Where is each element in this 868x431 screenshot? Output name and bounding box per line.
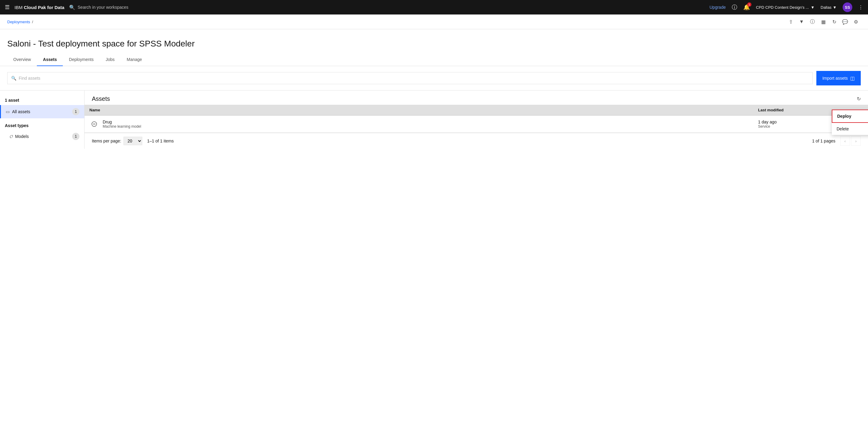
app-switcher-icon[interactable]: ⋮ <box>858 4 863 10</box>
prev-page-button[interactable]: ‹ <box>840 136 850 146</box>
deploy-label: Deploy <box>837 114 851 119</box>
models-label: Models <box>15 134 29 139</box>
next-page-button[interactable]: › <box>851 136 861 146</box>
export-icon[interactable]: ⇧ <box>786 17 796 27</box>
history-icon[interactable]: ↻ <box>829 17 839 27</box>
page-header: Saloni - Test deployment space for SPSS … <box>0 29 868 54</box>
context-menu-dropdown: Deploy Deploy Delete <box>832 109 868 135</box>
table-row: Drug Machine learning model 1 day ago Se… <box>85 115 868 133</box>
page-info: 1 of 1 pages <box>812 138 835 143</box>
search-import-row: 🔍 Find assets Import assets ◫ <box>0 66 868 91</box>
find-assets-search[interactable]: 🔍 Find assets <box>7 72 813 84</box>
all-assets-label: All assets <box>12 109 30 114</box>
page-nav: ‹ › <box>840 136 861 146</box>
notification-icon[interactable]: 🔔 1 <box>743 4 750 10</box>
table-header: Name Last modified <box>85 105 868 115</box>
breadcrumb-toolbar: Deployments / ⇧ ▼ ⓘ ▦ ↻ 💬 ⚙ <box>0 14 868 29</box>
models-count: 1 <box>72 133 80 140</box>
asset-type-icon <box>89 119 99 129</box>
tab-overview[interactable]: Overview <box>7 54 37 66</box>
avatar[interactable]: SS <box>843 2 852 12</box>
page-title: Saloni - Test deployment space for SPSS … <box>7 39 861 48</box>
search-placeholder: Search in your workspaces <box>78 5 128 10</box>
tabs-bar: Overview Assets Deployments Jobs Manage <box>0 54 868 66</box>
global-search-bar[interactable]: 🔍 Search in your workspaces <box>69 4 705 10</box>
import-assets-icon: ◫ <box>850 75 855 81</box>
items-per-page-control: Items per page: 20 50 100 <box>92 137 142 145</box>
help-icon[interactable]: ⓘ <box>732 4 737 11</box>
tab-deployments[interactable]: Deployments <box>63 54 100 66</box>
region-chevron-icon: ▼ <box>833 5 837 10</box>
search-icon: 🔍 <box>69 4 75 10</box>
svg-point-0 <box>92 122 97 127</box>
items-per-page-label: Items per page: <box>92 138 121 143</box>
export-chevron-icon[interactable]: ▼ <box>797 17 806 27</box>
page-range-label: 1–1 of 1 items <box>147 138 174 143</box>
sidebar-item-models[interactable]: 𝓞 Models 1 <box>0 130 84 142</box>
asset-types-heading: Asset types <box>0 118 84 130</box>
context-menu-deploy[interactable]: Deploy Deploy <box>832 109 868 123</box>
col-header-name: Name <box>89 108 758 112</box>
pagination-bar: Items per page: 20 50 100 1–1 of 1 items… <box>85 133 868 149</box>
model-icon: 𝓞 <box>10 134 13 139</box>
all-assets-icon: ▭ <box>6 109 10 114</box>
asset-row-name: Drug <box>103 120 141 124</box>
delete-label: Delete <box>837 127 849 131</box>
upgrade-button[interactable]: Upgrade <box>709 5 726 10</box>
import-assets-label: Import assets <box>823 76 848 80</box>
workspace-label: CPD CPD Content Design's ... <box>756 5 809 10</box>
import-assets-button[interactable]: Import assets ◫ <box>816 71 861 86</box>
sidebar-item-all-assets[interactable]: ▭ All assets 1 <box>0 105 84 118</box>
tab-assets[interactable]: Assets <box>37 54 63 66</box>
notification-badge: 1 <box>747 2 751 7</box>
assets-panel-title: Assets ↻ <box>85 91 868 105</box>
items-per-page-select[interactable]: 20 50 100 <box>124 137 142 145</box>
breadcrumb-separator: / <box>32 20 33 24</box>
search-icon: 🔍 <box>11 76 16 80</box>
sidebar: 1 asset ▭ All assets 1 Asset types 𝓞 Mod… <box>0 91 85 149</box>
tab-jobs[interactable]: Jobs <box>100 54 121 66</box>
page-count-label: 1 of 1 pages <box>812 138 835 143</box>
settings-icon[interactable]: ⚙ <box>851 17 861 27</box>
nav-right: Upgrade ⓘ 🔔 1 CPD CPD Content Design's .… <box>709 2 863 12</box>
main-panel: 1 asset ▭ All assets 1 Asset types 𝓞 Mod… <box>0 91 868 149</box>
region-selector[interactable]: Dallas ▼ <box>820 5 837 10</box>
hamburger-menu-icon[interactable]: ☰ <box>5 4 10 10</box>
toolbar-icons: ⇧ ▼ ⓘ ▦ ↻ 💬 ⚙ <box>786 17 861 27</box>
app-brand: IBM Cloud Pak for Data <box>14 5 64 10</box>
asset-name-col: Drug Machine learning model <box>89 119 758 129</box>
context-menu-delete[interactable]: Delete <box>832 123 868 135</box>
asset-row-type: Machine learning model <box>103 124 141 129</box>
tab-manage[interactable]: Manage <box>121 54 148 66</box>
all-assets-count: 1 <box>72 108 80 115</box>
refresh-icon[interactable]: ↻ <box>857 96 861 102</box>
breadcrumb-deployments-link[interactable]: Deployments <box>7 20 30 24</box>
workspace-selector[interactable]: CPD CPD Content Design's ... ▼ <box>756 5 814 10</box>
chat-icon[interactable]: 💬 <box>840 17 850 27</box>
workspace-chevron-icon: ▼ <box>811 5 814 10</box>
breadcrumb: Deployments / <box>7 20 33 24</box>
assets-panel: Assets ↻ Name Last modified Drug Machine <box>85 91 868 149</box>
diagram-icon[interactable]: ▦ <box>818 17 828 27</box>
asset-count-label: 1 asset <box>0 95 84 105</box>
top-nav: ☰ IBM Cloud Pak for Data 🔍 Search in you… <box>0 0 868 14</box>
search-placeholder-text: Find assets <box>19 76 40 80</box>
region-label: Dallas <box>820 5 832 10</box>
info-icon[interactable]: ⓘ <box>808 17 817 27</box>
